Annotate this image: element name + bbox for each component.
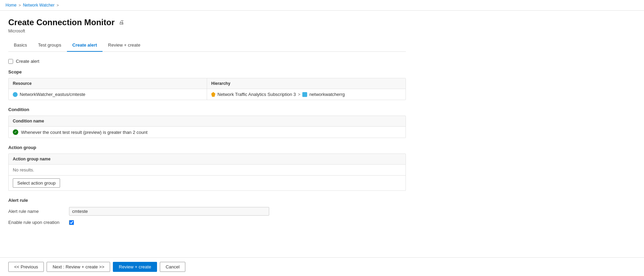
resource-cell: NetworkWatcher_eastus/cmteste	[9, 89, 207, 100]
tab-test-groups[interactable]: Test groups	[32, 39, 67, 52]
scope-grid: Resource Hierarchy NetworkWatcher_eastus…	[8, 78, 406, 100]
action-group-no-results: No results.	[9, 165, 406, 176]
tab-basics[interactable]: Basics	[8, 39, 32, 52]
footer-bar: << Previous Next : Review + create >> Re…	[0, 257, 644, 276]
hierarchy-subscription: Network Traffic Analytics Subscription 3	[217, 92, 296, 97]
condition-name-header: Condition name	[9, 116, 406, 127]
tab-review-create[interactable]: Review + create	[103, 39, 146, 52]
condition-row: ✓ Whenever the count test result (previe…	[9, 127, 406, 138]
alert-rule-section: Alert rule Alert rule name Enable rule u…	[8, 198, 406, 225]
review-create-button[interactable]: Review + create	[113, 262, 157, 272]
scope-grid-row: NetworkWatcher_eastus/cmteste Network Tr…	[9, 89, 406, 100]
create-alert-row: Create alert	[8, 59, 406, 64]
action-group-label: Action group	[8, 145, 406, 150]
enable-rule-checkbox-wrapper	[69, 220, 74, 225]
subscription-icon	[211, 92, 215, 97]
alert-rule-name-label: Alert rule name	[8, 209, 64, 214]
main-container: Create Connection Monitor 🖨 Microsoft Ba…	[0, 11, 414, 239]
resource-column-header: Resource	[9, 78, 207, 89]
breadcrumb-bar: Home > Network Watcher >	[0, 0, 644, 11]
scope-label: Scope	[8, 69, 406, 75]
hierarchy-column-header: Hierarchy	[207, 78, 406, 89]
breadcrumb-sep-2: >	[57, 3, 59, 7]
alert-rule-name-input[interactable]	[69, 207, 269, 216]
condition-label: Condition	[8, 107, 406, 112]
action-group-section: Action group Action group name No result…	[8, 145, 406, 191]
cancel-button[interactable]: Cancel	[160, 262, 185, 272]
select-action-group-button[interactable]: Select action group	[13, 178, 60, 188]
tab-create-alert[interactable]: Create alert	[67, 39, 103, 52]
enable-rule-label: Enable rule upon creation	[8, 220, 64, 225]
create-alert-checkbox[interactable]	[8, 59, 13, 64]
breadcrumb-sep-1: >	[19, 3, 21, 7]
resource-group-icon	[302, 92, 307, 97]
page-title: Create Connection Monitor	[8, 18, 115, 27]
alert-rule-label: Alert rule	[8, 198, 406, 203]
print-icon[interactable]: 🖨	[119, 19, 124, 26]
network-watcher-icon	[13, 92, 18, 97]
condition-check-icon: ✓	[13, 129, 18, 135]
enable-rule-row: Enable rule upon creation	[8, 220, 406, 225]
scope-grid-header: Resource Hierarchy	[9, 78, 406, 89]
breadcrumb-network-watcher[interactable]: Network Watcher	[23, 3, 55, 8]
action-group-box: Action group name No results. Select act…	[8, 154, 406, 191]
condition-section: Condition Condition name ✓ Whenever the …	[8, 107, 406, 138]
next-button[interactable]: Next : Review + create >>	[47, 262, 110, 272]
condition-text: Whenever the count test result (preview)…	[21, 130, 147, 135]
condition-box: Condition name ✓ Whenever the count test…	[8, 116, 406, 138]
previous-button[interactable]: << Previous	[8, 262, 44, 272]
hierarchy-rg: networkwatcherrg	[309, 92, 345, 97]
resource-value: NetworkWatcher_eastus/cmteste	[20, 92, 85, 97]
enable-rule-checkbox[interactable]	[69, 220, 74, 225]
scope-section: Scope Resource Hierarchy NetworkWatcher_…	[8, 69, 406, 100]
action-group-btn-row: Select action group	[9, 176, 406, 190]
breadcrumb-home[interactable]: Home	[6, 3, 17, 8]
page-header: Create Connection Monitor 🖨	[8, 18, 406, 27]
page-subtitle: Microsoft	[8, 29, 406, 33]
hierarchy-sep: >	[298, 92, 300, 97]
alert-rule-name-row: Alert rule name	[8, 207, 406, 216]
action-group-header: Action group name	[9, 154, 406, 165]
create-alert-label[interactable]: Create alert	[16, 59, 39, 64]
hierarchy-cell: Network Traffic Analytics Subscription 3…	[207, 89, 406, 100]
tabs-container: Basics Test groups Create alert Review +…	[8, 39, 406, 52]
